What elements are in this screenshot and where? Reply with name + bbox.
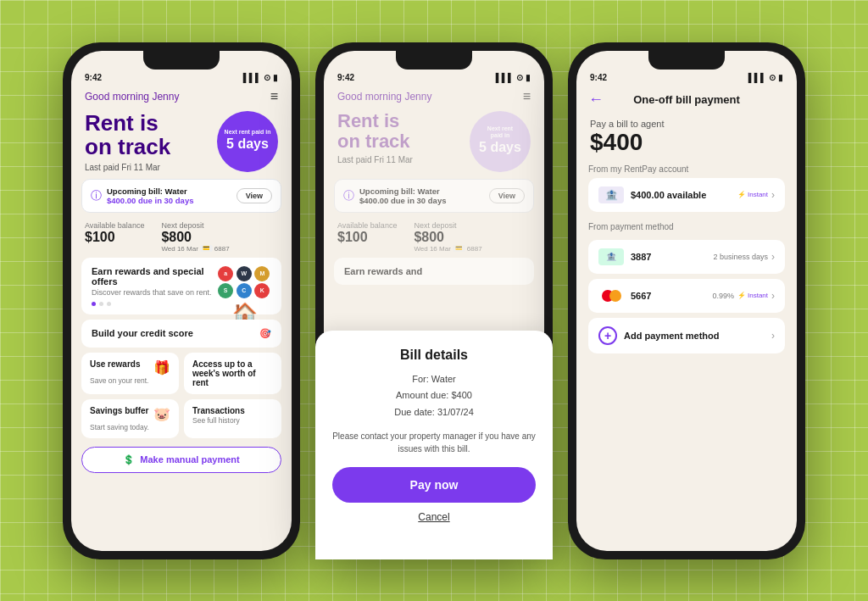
instant-badge-2: ⚡ Instant [737,292,768,299]
logo-6: K [254,283,270,298]
use-rewards-item[interactable]: Use rewards 🎁 Save on your rent. [81,353,179,394]
logo-2: W [236,266,252,281]
access-rent-item[interactable]: Access up to a week's worth of rent [184,353,281,394]
chevron-icon-1: › [771,189,775,201]
rentpay-icon: 🏦 [598,186,624,203]
available-balance: Available balance $100 [85,221,144,253]
instant-badge-1: ⚡ Instant [737,191,768,198]
status-bar-3: 9:42 ▌▌▌ ⊙ ▮ [576,70,797,84]
mastercard-icon [598,287,624,304]
pay-agent-label: Pay a bill to agent [590,119,783,129]
bill-details-content: For: Water Amount due: $400 Due date: 31… [394,371,474,421]
wifi-icon-3: ⊙ [769,73,776,82]
plus-icon: + [598,326,617,345]
app-header-1: Good morning Jenny ≡ [71,84,292,108]
pay-now-button[interactable]: Pay now [332,467,536,503]
battery-icon-3: ▮ [778,73,783,82]
pay-agent-amount: $400 [590,129,783,156]
chevron-icon-3: › [771,290,775,302]
days-count: 5 days [226,136,269,153]
payment-icon: 💲 [123,454,135,465]
bill-amount: $400.00 due in 30 days [107,196,193,205]
wifi-icon-2: ⊙ [516,73,523,82]
logo-3: M [254,266,270,281]
signal-icon-3: ▌▌▌ [748,73,766,82]
account-available: $400.00 available [631,190,706,200]
add-method-label: Add payment method [624,331,719,341]
use-rewards-title: Use rewards [90,359,140,369]
view-button-2: View [489,188,525,203]
next-deposit: Next deposit $800 Wed 16 Mar 💳 6887 [161,221,229,253]
status-icons-1: ▌▌▌ ⊙ ▮ [243,73,278,82]
dot-1 [92,302,96,306]
use-rewards-desc: Save on your rent. [90,376,170,385]
time-1: 9:42 [85,73,102,82]
card-3887-speed: 2 business days [713,253,768,261]
cancel-link[interactable]: Cancel [418,511,449,523]
hero-section: Rent is on track Last paid Fri 11 Mar Ne… [71,108,292,179]
card-5667-fee: 0.99% [712,292,734,300]
info-icon: ⓘ [91,188,102,203]
battery-icon: ▮ [273,73,278,82]
notch-3 [648,51,725,70]
time-2: 9:42 [337,73,354,82]
screen3-header: ← One-off bill payment [576,84,797,112]
rent-status: Rent is on track Last paid Fri 11 Mar [85,111,170,172]
credit-label: Build your credit score [92,328,193,338]
savings-desc: Start saving today. [90,423,170,431]
bill-details-title: Bill details [400,348,468,363]
greeting-2: Good morning Jenny [337,91,431,103]
back-arrow-icon[interactable]: ← [588,91,604,109]
notch-2 [396,51,472,70]
status-bar-2: 9:42 ▌▌▌ ⊙ ▮ [324,70,544,84]
status-bar-1: 9:42 ▌▌▌ ⊙ ▮ [71,70,292,84]
rentpay-account-option[interactable]: 🏦 $400.00 available ⚡ Instant › [588,178,785,212]
quick-actions: Use rewards 🎁 Save on your rent. Access … [71,353,292,443]
rewards-logos: a W M S C K 🏠 [218,266,271,304]
bill-details-overlay: Bill details For: Water Amount due: $400… [324,331,544,551]
phone-1: 9:42 ▌▌▌ ⊙ ▮ Good morning Jenny ≡ Rent i… [63,42,300,559]
card-3887-option[interactable]: 🏦 3887 2 business days › [588,240,785,274]
last-paid: Last paid Fri 11 Mar [85,163,170,172]
savings-title: Savings buffer [90,406,148,415]
signal-icon-2: ▌▌▌ [496,73,514,82]
bill-label: Upcoming bill: Water [107,186,193,196]
bank-icon: 🏦 [598,248,624,265]
transactions-title: Transactions [192,406,273,415]
dot-3 [107,302,111,306]
balance-row: Available balance $100 Next deposit $800… [71,218,292,258]
phone-3: 9:42 ▌▌▌ ⊙ ▮ ← One-off bill payment Pay … [568,42,805,559]
transactions-desc: See full history [192,416,273,425]
card-5667-option[interactable]: 5667 0.99% ⚡ Instant › [588,279,785,313]
bill-banner: ⓘ Upcoming bill: Water $400.00 due in 30… [81,179,281,213]
dot-2 [99,302,103,306]
menu-icon[interactable]: ≡ [270,89,278,104]
from-method-section: From payment method 🏦 3887 2 business da… [576,222,797,353]
transactions-item[interactable]: Transactions See full history [184,399,281,438]
next-rent-bubble: Next rent paid in 5 days [217,111,278,172]
pay-agent-section: Pay a bill to agent $400 [576,112,797,164]
savings-item[interactable]: Savings buffer 🐷 Start saving today. [81,399,179,438]
signal-icon: ▌▌▌ [243,73,261,82]
time-3: 9:42 [590,73,607,82]
wifi-icon: ⊙ [264,73,270,82]
rewards-card[interactable]: Earn rewards and special offers Discover… [81,258,281,314]
piggy-icon: 🐷 [153,406,170,422]
notch-1 [143,51,220,70]
phone-2: 9:42 ▌▌▌ ⊙ ▮ Good morning Jenny ≡ Rent i… [315,42,553,559]
rewards-desc: Discover rewards that save on rent. [92,288,218,297]
chevron-icon-4: › [771,330,775,342]
speedometer-icon: 🎯 [259,328,271,339]
chevron-icon-2: › [771,251,775,263]
screen3-title: One-off bill payment [612,93,761,106]
view-button[interactable]: View [236,188,272,203]
access-rent-title: Access up to a week's worth of rent [192,359,273,387]
manual-payment-button[interactable]: 💲 Make manual payment [81,447,281,473]
from-account-label: From my RentPay account [588,164,785,174]
menu-icon-2: ≡ [523,89,531,104]
bill-warning: Please contact your property manager if … [332,430,536,455]
credit-score-row[interactable]: Build your credit score 🎯 [81,320,281,348]
add-payment-method[interactable]: + Add payment method › [588,318,785,353]
rewards-icon: 🎁 [153,359,170,376]
from-account-section: From my RentPay account 🏦 $400.00 availa… [576,164,797,217]
